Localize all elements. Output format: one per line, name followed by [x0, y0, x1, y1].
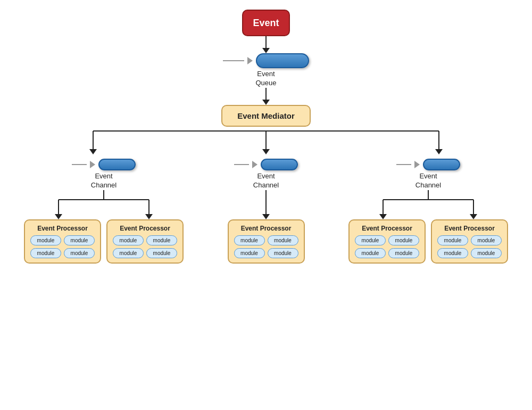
module-grid: module module module module — [113, 235, 177, 258]
event-queue-label: EventQueue — [255, 70, 276, 88]
arrow-right — [247, 57, 253, 64]
channel-pill — [261, 159, 298, 170]
module-pill: module — [437, 248, 468, 258]
svg-marker-14 — [262, 214, 270, 219]
event-queue-pill — [256, 53, 309, 68]
pill-arrow-line — [396, 164, 411, 165]
module-pill: module — [388, 248, 419, 258]
module-pill: module — [113, 235, 144, 245]
channel-right: EventChannel — [396, 159, 460, 190]
pill-row — [223, 53, 309, 68]
channel-label: EventChannel — [91, 172, 117, 190]
module-pill: module — [234, 235, 265, 245]
svg-marker-19 — [379, 214, 387, 219]
pill-row — [234, 159, 298, 170]
module-pill: module — [146, 235, 177, 245]
processor-box: Event Processor module module module mod… — [24, 219, 101, 264]
module-pill: module — [471, 248, 502, 258]
svg-marker-20 — [470, 214, 477, 219]
event-queue-container: EventQueue — [223, 53, 309, 88]
middle-arrow-svg — [223, 190, 309, 219]
arrow-right — [90, 161, 95, 168]
channel-middle: EventChannel — [234, 159, 298, 190]
processor-title: Event Processor — [30, 225, 95, 232]
left-processors: Event Processor module module module mod… — [24, 219, 184, 264]
arrowhead-down — [262, 48, 270, 53]
processor-box: Event Processor module module module mod… — [431, 219, 508, 264]
module-grid: module module module module — [234, 235, 298, 258]
mediator-label: Event Mediator — [237, 111, 295, 120]
arrow-line — [265, 36, 267, 48]
arrow-line — [265, 88, 267, 100]
processor-title: Event Processor — [234, 225, 298, 232]
module-pill: module — [113, 248, 144, 258]
processor-title: Event Processor — [355, 225, 419, 232]
event-mediator: Event Mediator — [221, 105, 311, 127]
module-pill: module — [146, 248, 177, 258]
channel-pill — [98, 159, 136, 170]
event-node: Event — [242, 10, 290, 36]
right-processors: Event Processor module module module mod… — [348, 219, 508, 264]
module-pill: module — [437, 235, 468, 245]
event-label: Event — [253, 18, 279, 29]
arrow-queue-to-mediator — [262, 88, 270, 105]
module-grid: module module module module — [355, 235, 419, 258]
processor-box: Event Processor module module module mod… — [106, 219, 184, 264]
channel-label: EventChannel — [415, 172, 441, 190]
pill-arrow-line — [234, 164, 249, 165]
module-pill: module — [355, 235, 386, 245]
svg-marker-4 — [89, 149, 97, 154]
channels-row: EventChannel Event Processor m — [11, 159, 521, 264]
module-pill: module — [64, 248, 95, 258]
channel-pill — [423, 159, 460, 170]
channel-left: EventChannel — [72, 159, 136, 190]
right-channel-group: EventChannel Event Processor module — [351, 159, 505, 264]
right-split-svg — [351, 190, 505, 219]
pill-arrow-line — [72, 164, 87, 165]
module-pill: module — [30, 248, 61, 258]
module-pill: module — [268, 235, 298, 245]
middle-channel-group: EventChannel Event Processor module modu… — [223, 159, 309, 264]
branch-svg — [11, 127, 521, 159]
arrow-right — [414, 161, 420, 168]
module-pill: module — [30, 235, 61, 245]
branch-area: EventChannel Event Processor m — [11, 127, 521, 264]
module-grid: module module module module — [30, 235, 95, 258]
module-pill: module — [355, 248, 386, 258]
pill-row — [72, 159, 136, 170]
module-pill: module — [388, 235, 419, 245]
diagram: Event EventQueue Event Mediator — [0, 0, 532, 410]
processor-title: Event Processor — [437, 225, 502, 232]
processor-box: Event Processor module module module mod… — [348, 219, 426, 264]
svg-marker-11 — [55, 214, 62, 219]
processor-title: Event Processor — [113, 225, 177, 232]
module-pill: module — [64, 235, 95, 245]
arrowhead-down — [262, 100, 270, 105]
module-pill: module — [268, 248, 298, 258]
left-split-svg — [27, 190, 181, 219]
module-pill: module — [471, 235, 502, 245]
arrow-right — [252, 161, 257, 168]
left-channel-group: EventChannel Event Processor m — [27, 159, 181, 264]
module-pill: module — [234, 248, 265, 258]
pill-arrow-line-left — [223, 60, 244, 61]
svg-marker-5 — [262, 149, 270, 154]
arrow-event-to-queue — [262, 36, 270, 53]
svg-marker-12 — [145, 214, 153, 219]
module-grid: module module module module — [437, 235, 502, 258]
processor-box: Event Processor module module module mod… — [228, 219, 305, 264]
pill-row — [396, 159, 460, 170]
channel-label: EventChannel — [253, 172, 279, 190]
svg-marker-6 — [435, 149, 443, 154]
